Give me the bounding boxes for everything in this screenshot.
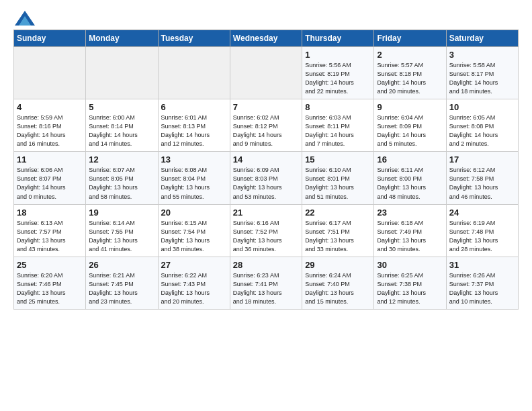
day-info: Sunrise: 6:01 AM Sunset: 8:13 PM Dayligh… xyxy=(161,113,227,148)
day-info: Sunrise: 6:16 AM Sunset: 7:52 PM Dayligh… xyxy=(233,219,299,254)
day-cell: 16Sunrise: 6:11 AM Sunset: 8:00 PM Dayli… xyxy=(374,152,446,204)
page: SundayMondayTuesdayWednesdayThursdayFrid… xyxy=(0,0,532,318)
header-cell-monday: Monday xyxy=(86,30,158,47)
day-cell: 31Sunrise: 6:26 AM Sunset: 7:37 PM Dayli… xyxy=(446,257,518,309)
day-info: Sunrise: 6:20 AM Sunset: 7:46 PM Dayligh… xyxy=(17,271,83,306)
day-number: 15 xyxy=(305,154,371,165)
day-cell: 15Sunrise: 6:10 AM Sunset: 8:01 PM Dayli… xyxy=(302,152,374,204)
day-cell: 24Sunrise: 6:19 AM Sunset: 7:48 PM Dayli… xyxy=(446,204,518,257)
day-info: Sunrise: 6:18 AM Sunset: 7:49 PM Dayligh… xyxy=(377,219,443,254)
day-info: Sunrise: 6:10 AM Sunset: 8:01 PM Dayligh… xyxy=(305,166,371,201)
day-cell: 14Sunrise: 6:09 AM Sunset: 8:03 PM Dayli… xyxy=(230,152,302,204)
day-number: 24 xyxy=(449,208,515,218)
day-number: 10 xyxy=(449,102,515,112)
day-info: Sunrise: 6:25 AM Sunset: 7:38 PM Dayligh… xyxy=(377,271,443,306)
day-number: 4 xyxy=(17,102,83,112)
week-row-4: 18Sunrise: 6:13 AM Sunset: 7:57 PM Dayli… xyxy=(14,204,519,257)
header-cell-tuesday: Tuesday xyxy=(158,30,230,47)
header-cell-thursday: Thursday xyxy=(302,30,374,47)
day-cell: 1Sunrise: 5:56 AM Sunset: 8:19 PM Daylig… xyxy=(302,47,374,99)
day-cell: 26Sunrise: 6:21 AM Sunset: 7:45 PM Dayli… xyxy=(86,257,158,309)
day-info: Sunrise: 6:22 AM Sunset: 7:43 PM Dayligh… xyxy=(161,271,227,306)
week-row-3: 11Sunrise: 6:06 AM Sunset: 8:07 PM Dayli… xyxy=(14,152,519,204)
day-number: 23 xyxy=(377,208,443,218)
day-cell: 17Sunrise: 6:12 AM Sunset: 7:58 PM Dayli… xyxy=(446,152,518,204)
day-number: 31 xyxy=(449,260,515,270)
day-cell xyxy=(86,47,158,99)
logo-icon xyxy=(15,11,35,26)
day-number: 30 xyxy=(377,260,443,270)
day-number: 3 xyxy=(449,50,515,60)
day-cell: 25Sunrise: 6:20 AM Sunset: 7:46 PM Dayli… xyxy=(14,257,86,309)
day-number: 1 xyxy=(305,50,371,60)
day-number: 22 xyxy=(305,208,371,218)
day-info: Sunrise: 6:12 AM Sunset: 7:58 PM Dayligh… xyxy=(449,166,515,201)
header-cell-friday: Friday xyxy=(374,30,446,47)
calendar-table: SundayMondayTuesdayWednesdayThursdayFrid… xyxy=(13,30,519,310)
day-cell: 23Sunrise: 6:18 AM Sunset: 7:49 PM Dayli… xyxy=(374,204,446,257)
week-row-2: 4Sunrise: 5:59 AM Sunset: 8:16 PM Daylig… xyxy=(14,99,519,152)
day-info: Sunrise: 6:07 AM Sunset: 8:05 PM Dayligh… xyxy=(89,166,154,201)
day-number: 26 xyxy=(89,260,154,270)
header-row: SundayMondayTuesdayWednesdayThursdayFrid… xyxy=(14,30,519,47)
week-row-5: 25Sunrise: 6:20 AM Sunset: 7:46 PM Dayli… xyxy=(14,257,519,309)
day-cell: 6Sunrise: 6:01 AM Sunset: 8:13 PM Daylig… xyxy=(158,99,230,152)
day-cell: 12Sunrise: 6:07 AM Sunset: 8:05 PM Dayli… xyxy=(86,152,158,204)
day-cell: 3Sunrise: 5:58 AM Sunset: 8:17 PM Daylig… xyxy=(446,47,518,99)
day-info: Sunrise: 6:24 AM Sunset: 7:40 PM Dayligh… xyxy=(305,271,371,306)
header-cell-sunday: Sunday xyxy=(14,30,86,47)
day-number: 21 xyxy=(233,208,299,218)
day-info: Sunrise: 6:13 AM Sunset: 7:57 PM Dayligh… xyxy=(17,219,83,254)
day-number: 16 xyxy=(377,154,443,165)
day-info: Sunrise: 6:26 AM Sunset: 7:37 PM Dayligh… xyxy=(449,271,515,306)
day-cell: 4Sunrise: 5:59 AM Sunset: 8:16 PM Daylig… xyxy=(14,99,86,152)
day-number: 9 xyxy=(377,102,443,112)
day-cell: 21Sunrise: 6:16 AM Sunset: 7:52 PM Dayli… xyxy=(230,204,302,257)
day-number: 18 xyxy=(17,208,83,218)
day-info: Sunrise: 6:23 AM Sunset: 7:41 PM Dayligh… xyxy=(233,271,299,306)
day-cell: 20Sunrise: 6:15 AM Sunset: 7:54 PM Dayli… xyxy=(158,204,230,257)
header-cell-wednesday: Wednesday xyxy=(230,30,302,47)
day-number: 8 xyxy=(305,102,371,112)
day-cell: 8Sunrise: 6:03 AM Sunset: 8:11 PM Daylig… xyxy=(302,99,374,152)
day-info: Sunrise: 6:21 AM Sunset: 7:45 PM Dayligh… xyxy=(89,271,154,306)
header-cell-saturday: Saturday xyxy=(446,30,518,47)
day-number: 12 xyxy=(89,154,154,165)
day-cell xyxy=(158,47,230,99)
day-number: 2 xyxy=(377,50,443,60)
day-number: 27 xyxy=(161,260,227,270)
day-info: Sunrise: 6:19 AM Sunset: 7:48 PM Dayligh… xyxy=(449,219,515,254)
day-number: 17 xyxy=(449,154,515,165)
day-info: Sunrise: 6:03 AM Sunset: 8:11 PM Dayligh… xyxy=(305,113,371,148)
day-number: 20 xyxy=(161,208,227,218)
day-info: Sunrise: 6:05 AM Sunset: 8:08 PM Dayligh… xyxy=(449,113,515,148)
day-info: Sunrise: 6:08 AM Sunset: 8:04 PM Dayligh… xyxy=(161,166,227,201)
week-row-1: 1Sunrise: 5:56 AM Sunset: 8:19 PM Daylig… xyxy=(14,47,519,99)
day-cell: 10Sunrise: 6:05 AM Sunset: 8:08 PM Dayli… xyxy=(446,99,518,152)
day-info: Sunrise: 6:04 AM Sunset: 8:09 PM Dayligh… xyxy=(377,113,443,148)
day-cell: 28Sunrise: 6:23 AM Sunset: 7:41 PM Dayli… xyxy=(230,257,302,309)
logo xyxy=(13,11,35,23)
day-number: 6 xyxy=(161,102,227,112)
day-cell: 7Sunrise: 6:02 AM Sunset: 8:12 PM Daylig… xyxy=(230,99,302,152)
day-info: Sunrise: 5:59 AM Sunset: 8:16 PM Dayligh… xyxy=(17,113,83,148)
day-cell: 5Sunrise: 6:00 AM Sunset: 8:14 PM Daylig… xyxy=(86,99,158,152)
day-cell: 11Sunrise: 6:06 AM Sunset: 8:07 PM Dayli… xyxy=(14,152,86,204)
day-info: Sunrise: 5:57 AM Sunset: 8:18 PM Dayligh… xyxy=(377,61,443,96)
day-number: 13 xyxy=(161,154,227,165)
day-number: 14 xyxy=(233,154,299,165)
day-info: Sunrise: 6:02 AM Sunset: 8:12 PM Dayligh… xyxy=(233,113,299,148)
header xyxy=(13,11,519,23)
day-cell: 27Sunrise: 6:22 AM Sunset: 7:43 PM Dayli… xyxy=(158,257,230,309)
day-info: Sunrise: 6:17 AM Sunset: 7:51 PM Dayligh… xyxy=(305,219,371,254)
day-info: Sunrise: 5:56 AM Sunset: 8:19 PM Dayligh… xyxy=(305,61,371,96)
day-cell: 30Sunrise: 6:25 AM Sunset: 7:38 PM Dayli… xyxy=(374,257,446,309)
day-number: 5 xyxy=(89,102,154,112)
day-number: 25 xyxy=(17,260,83,270)
day-info: Sunrise: 6:15 AM Sunset: 7:54 PM Dayligh… xyxy=(161,219,227,254)
day-cell: 18Sunrise: 6:13 AM Sunset: 7:57 PM Dayli… xyxy=(14,204,86,257)
day-cell: 22Sunrise: 6:17 AM Sunset: 7:51 PM Dayli… xyxy=(302,204,374,257)
day-number: 7 xyxy=(233,102,299,112)
day-cell: 13Sunrise: 6:08 AM Sunset: 8:04 PM Dayli… xyxy=(158,152,230,204)
day-cell xyxy=(14,47,86,99)
